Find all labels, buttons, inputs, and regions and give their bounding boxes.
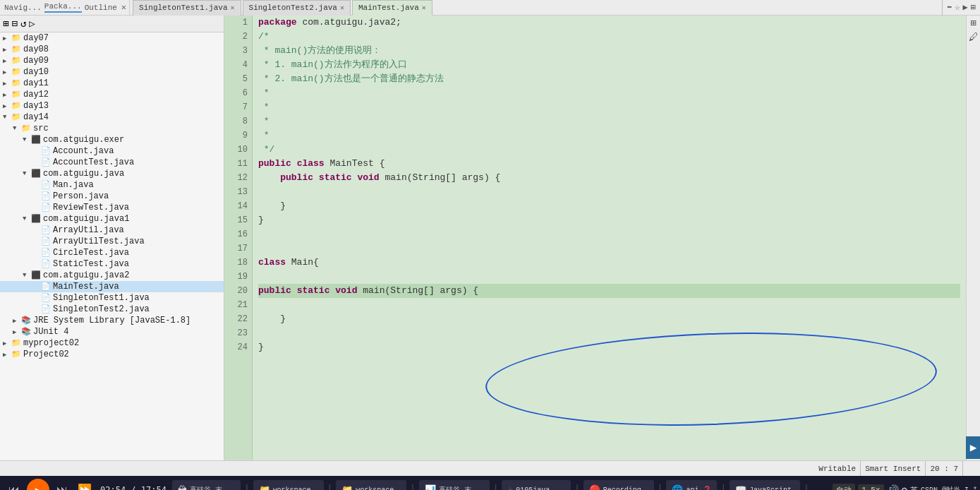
taskbar-item[interactable]: ☕0105java-... xyxy=(502,480,571,490)
tree-item-day10[interactable]: ▶📁day10 xyxy=(0,66,224,78)
tree-item-day14[interactable]: ▼📁day14 xyxy=(0,112,224,123)
tree-item-maintest-java[interactable]: 📄MainTest.java xyxy=(0,281,224,292)
code-line[interactable]: */ xyxy=(258,143,960,157)
code-line[interactable]: * xyxy=(258,100,960,114)
tree-item-arrayutiltest-java[interactable]: 📄ArrayUtilTest.java xyxy=(0,236,224,247)
code-line[interactable]: * xyxy=(258,114,960,129)
code-line[interactable] xyxy=(258,241,960,256)
editor-toolbar-btn1[interactable]: ⬅ xyxy=(947,2,952,13)
tree-item-circletest-java[interactable]: 📄CircleTest.java xyxy=(0,247,224,258)
taskbar-item[interactable]: 🔴Recording... xyxy=(583,480,654,490)
nav-icon: Navig... xyxy=(4,4,42,12)
tree-item-day11[interactable]: ▶📁day11 xyxy=(0,78,224,89)
code-line[interactable]: public class MainTest { xyxy=(258,157,960,171)
line-number: 10 xyxy=(229,143,248,157)
annotation-icon[interactable]: 🖊 xyxy=(969,32,979,43)
tree-item-man-java[interactable]: 📄Man.java xyxy=(0,179,224,191)
code-line[interactable]: } xyxy=(258,213,960,227)
bookmark-icon[interactable]: ⊞ xyxy=(970,17,976,29)
taskbar-play-btn[interactable]: ▶ xyxy=(27,479,49,490)
code-line[interactable]: public static void main(String[] args) { xyxy=(258,171,960,185)
code-line[interactable]: public static void main(String[] args) { xyxy=(258,284,960,298)
taskbar-item[interactable]: 🏔高硅谷_末... xyxy=(172,480,241,490)
taskbar-separator: | xyxy=(657,484,664,490)
expand-icon[interactable]: ▷ xyxy=(29,18,35,30)
taskbar-item[interactable]: 📖JavaScript 语言参考... xyxy=(730,480,800,490)
tree-item-day07[interactable]: ▶📁day07 xyxy=(0,32,224,44)
taskbar-item[interactable]: 📁workspace... xyxy=(253,480,324,490)
code-lines[interactable]: package com.atguigu.java2;/* * main()方法的… xyxy=(253,16,966,460)
tab-bar: Navig... Packa... Outline ✕ SingletonTes… xyxy=(0,0,980,16)
tree-item-myproject02[interactable]: ▶📁myproject02 xyxy=(0,337,224,349)
tree-item-com-atguigu-java1[interactable]: ▼⬛com.atguigu.java1 xyxy=(0,213,224,225)
code-line[interactable] xyxy=(258,185,960,199)
editor-toolbar-btn4[interactable]: ⊞ xyxy=(971,2,976,13)
tree-item-src[interactable]: ▼📁src xyxy=(0,123,224,134)
arrow-icon: ▼ xyxy=(23,170,31,177)
tree-item-jre-system-library--javase-1-8-[interactable]: ▶📚JRE System Library [JavaSE-1.8] xyxy=(0,315,224,326)
code-line[interactable]: * 2. main()方法也是一个普通的静态方法 xyxy=(258,72,960,86)
tree-item-singletontest2-java[interactable]: 📄SingletonTest2.java xyxy=(0,304,224,315)
taskbar-item[interactable]: 📊高硅谷_末... xyxy=(419,480,490,490)
tree-item-day12[interactable]: ▶📁day12 xyxy=(0,89,224,100)
line-number: 12 xyxy=(229,171,248,185)
editor-tab[interactable]: SingletonTest1.java✕ xyxy=(133,0,241,16)
tree-item-day13[interactable]: ▶📁day13 xyxy=(0,100,224,112)
tree-label: CircleTest.java xyxy=(53,248,129,258)
tree-item-com-atguigu-java2[interactable]: ▼⬛com.atguigu.java2 xyxy=(0,270,224,281)
editor-toolbar-btn2[interactable]: ☆ xyxy=(955,2,960,13)
tree-item-person-java[interactable]: 📄Person.java xyxy=(0,191,224,202)
code-line[interactable] xyxy=(258,326,960,340)
line-number: 8 xyxy=(229,114,248,129)
tree-item-account-java[interactable]: 📄Account.java xyxy=(0,145,224,157)
line-numbers: 123456789101112131415161718192021222324 xyxy=(224,16,253,460)
sync-icon[interactable]: ↺ xyxy=(20,18,26,30)
outline-tab[interactable]: Outline xyxy=(85,4,117,12)
arrow-icon: ▶ xyxy=(3,351,11,359)
tree-item-com-atguigu-exer[interactable]: ▼⬛com.atguigu.exer xyxy=(0,134,224,145)
code-line[interactable]: /* xyxy=(258,30,960,44)
code-line[interactable]: * xyxy=(258,86,960,100)
editor-tab[interactable]: MainTest.java✕ xyxy=(352,0,432,16)
tree-item-day09[interactable]: ▶📁day09 xyxy=(0,55,224,66)
taskbar-item[interactable]: 📁workspace... xyxy=(336,480,406,490)
code-line[interactable]: } xyxy=(258,340,960,354)
package-tab[interactable]: Packa... xyxy=(44,2,82,13)
code-line[interactable] xyxy=(258,227,960,241)
code-line[interactable]: } xyxy=(258,199,960,213)
code-line[interactable]: * main()方法的使用说明： xyxy=(258,44,960,58)
tree-item-accounttest-java[interactable]: 📄AccountTest.java xyxy=(0,157,224,168)
taskbar-back-btn[interactable]: ⏮ xyxy=(4,480,24,490)
tree-item-day08[interactable]: ▶📁day08 xyxy=(0,44,224,55)
code-line[interactable] xyxy=(258,298,960,312)
tree-label: ArrayUtil.java xyxy=(53,225,124,235)
tab-close-icon[interactable]: ✕ xyxy=(231,4,235,12)
code-line[interactable]: } xyxy=(258,312,960,326)
taskbar-forward-btn[interactable]: ⏩ xyxy=(75,480,95,490)
settings-icon[interactable]: ⚙ xyxy=(902,484,907,491)
collapse-all-icon[interactable]: ⊞ xyxy=(3,18,8,30)
tree-item-statictest-java[interactable]: 📄StaticTest.java xyxy=(0,258,224,270)
volume-icon[interactable]: 🔊 xyxy=(887,484,899,491)
link-editor-icon[interactable]: ⊟ xyxy=(11,18,17,30)
editor-toolbar-btn3[interactable]: ▶ xyxy=(963,2,968,13)
code-line[interactable]: * 1. main()方法作为程序的入口 xyxy=(258,58,960,72)
tree-item-project02[interactable]: ▶📁Project02 xyxy=(0,349,224,360)
tab-close-icon[interactable]: ✕ xyxy=(422,4,426,12)
taskbar-item[interactable]: 🌐api ❓ xyxy=(666,480,717,490)
tree-item-junit-4[interactable]: ▶📚JUnit 4 xyxy=(0,326,224,337)
editor-area[interactable]: 123456789101112131415161718192021222324 … xyxy=(224,16,966,460)
close-panel-icon[interactable]: ✕ xyxy=(121,2,126,13)
code-line[interactable]: package com.atguigu.java2; xyxy=(258,16,960,30)
tree-item-arrayutil-java[interactable]: 📄ArrayUtil.java xyxy=(0,225,224,236)
code-line[interactable]: * xyxy=(258,129,960,143)
tree-item-reviewtest-java[interactable]: 📄ReviewTest.java xyxy=(0,202,224,213)
tree-item-com-atguigu-java[interactable]: ▼⬛com.atguigu.java xyxy=(0,168,224,179)
tree-item-singletontest1-java[interactable]: 📄SingletonTest1.java xyxy=(0,292,224,304)
code-line[interactable] xyxy=(258,270,960,284)
line-number: 7 xyxy=(229,100,248,114)
tab-close-icon[interactable]: ✕ xyxy=(340,4,344,12)
editor-tab[interactable]: SingletonTest2.java✕ xyxy=(243,0,351,16)
code-line[interactable]: class Main{ xyxy=(258,256,960,270)
taskbar-next-btn[interactable]: ⏭ xyxy=(52,480,72,490)
